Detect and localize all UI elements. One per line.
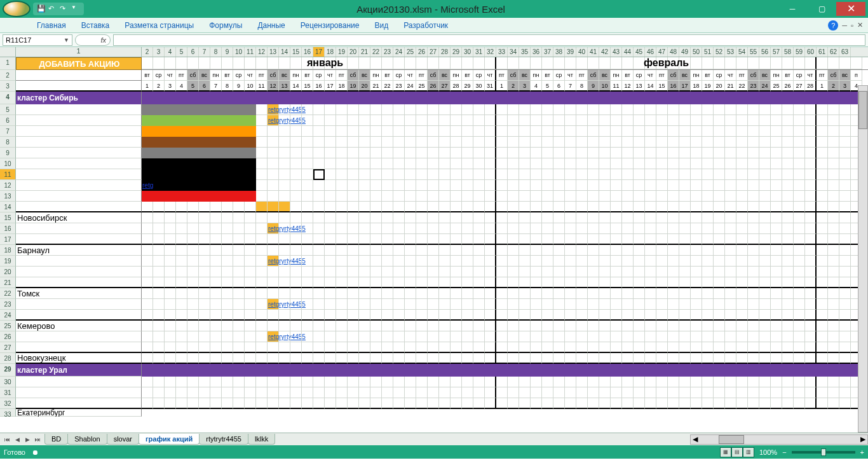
day-cell[interactable] xyxy=(473,137,485,148)
day-cell[interactable] xyxy=(485,267,496,277)
day-cell[interactable] xyxy=(714,288,725,299)
day-cell[interactable] xyxy=(176,148,187,158)
day-cell[interactable]: вт xyxy=(382,70,393,81)
day-cell[interactable]: 22 xyxy=(736,81,748,92)
day-cell[interactable] xyxy=(359,180,370,191)
day-cell[interactable] xyxy=(588,126,599,137)
day-cell[interactable] xyxy=(187,377,199,387)
row-header-3[interactable]: 3 xyxy=(0,81,16,92)
day-cell[interactable] xyxy=(473,310,485,321)
day-cell[interactable] xyxy=(153,331,165,342)
day-cell[interactable] xyxy=(714,223,725,234)
day-cell[interactable] xyxy=(794,212,805,223)
day-cell[interactable] xyxy=(656,212,668,223)
day-cell[interactable] xyxy=(691,57,702,69)
day-cell[interactable] xyxy=(622,256,634,267)
day-cell[interactable] xyxy=(336,277,348,288)
day-cell[interactable]: сб xyxy=(268,70,279,81)
day-cell[interactable] xyxy=(668,158,679,169)
day-cell[interactable] xyxy=(451,137,462,148)
day-cell[interactable]: 13 xyxy=(279,81,290,92)
day-cell[interactable] xyxy=(759,158,771,169)
day-cell[interactable] xyxy=(805,256,817,267)
day-cell[interactable] xyxy=(519,256,531,267)
day-cell[interactable] xyxy=(199,288,210,299)
day-cell[interactable] xyxy=(759,377,771,387)
day-cell[interactable] xyxy=(828,148,839,158)
day-cell[interactable] xyxy=(782,387,794,398)
day-cell[interactable]: вс xyxy=(679,70,691,81)
day-cell[interactable] xyxy=(256,353,268,364)
day-cell[interactable] xyxy=(485,321,496,331)
day-cell[interactable] xyxy=(748,321,759,331)
day-cell[interactable] xyxy=(519,342,531,353)
day-cell[interactable] xyxy=(302,331,313,342)
cell-first-3[interactable] xyxy=(16,81,142,92)
cell-first-31[interactable] xyxy=(16,387,142,398)
day-cell[interactable] xyxy=(782,331,794,342)
day-cell[interactable] xyxy=(656,288,668,299)
day-cell[interactable] xyxy=(588,234,599,245)
day-cell[interactable] xyxy=(531,245,542,256)
day-cell[interactable] xyxy=(245,57,256,69)
day-cell[interactable] xyxy=(302,398,313,409)
day-cell[interactable] xyxy=(348,57,359,69)
day-cell[interactable] xyxy=(576,321,588,331)
day-cell[interactable]: 14 xyxy=(290,81,302,92)
day-cell[interactable] xyxy=(622,202,634,212)
day-cell[interactable] xyxy=(748,137,759,148)
day-cell[interactable] xyxy=(748,158,759,169)
day-cell[interactable] xyxy=(588,212,599,223)
day-cell[interactable] xyxy=(439,321,451,331)
day-cell[interactable] xyxy=(187,342,199,353)
day-cell[interactable] xyxy=(313,148,325,158)
day-cell[interactable] xyxy=(199,223,210,234)
day-cell[interactable] xyxy=(668,126,679,137)
day-cell[interactable] xyxy=(428,245,439,256)
day-cell[interactable] xyxy=(839,353,851,364)
day-cell[interactable] xyxy=(691,137,702,148)
day-cell[interactable] xyxy=(405,299,416,310)
day-cell[interactable] xyxy=(817,115,828,126)
day-cell[interactable] xyxy=(508,137,519,148)
day-cell[interactable] xyxy=(588,377,599,387)
day-cell[interactable] xyxy=(359,212,370,223)
day-cell[interactable] xyxy=(736,377,748,387)
day-cell[interactable] xyxy=(588,158,599,169)
day-cell[interactable] xyxy=(828,398,839,409)
column-header-9[interactable]: 9 xyxy=(222,47,233,57)
day-cell[interactable] xyxy=(645,104,656,115)
day-cell[interactable] xyxy=(256,256,268,267)
day-cell[interactable] xyxy=(508,321,519,331)
day-cell[interactable] xyxy=(519,245,531,256)
day-cell[interactable] xyxy=(736,115,748,126)
day-cell[interactable] xyxy=(359,288,370,299)
day-cell[interactable] xyxy=(142,267,153,277)
column-header-40[interactable]: 40 xyxy=(576,47,588,57)
day-cell[interactable] xyxy=(462,277,473,288)
day-cell[interactable] xyxy=(714,169,725,180)
day-cell[interactable] xyxy=(542,277,553,288)
day-cell[interactable] xyxy=(576,353,588,364)
day-cell[interactable] xyxy=(142,245,153,256)
day-cell[interactable] xyxy=(691,126,702,137)
day-cell[interactable] xyxy=(485,342,496,353)
day-cell[interactable] xyxy=(485,331,496,342)
day-cell[interactable] xyxy=(370,267,382,277)
day-cell[interactable] xyxy=(553,310,565,321)
day-cell[interactable] xyxy=(462,115,473,126)
day-cell[interactable] xyxy=(176,104,187,115)
day-cell[interactable] xyxy=(588,321,599,331)
day-cell[interactable] xyxy=(771,234,782,245)
day-cell[interactable] xyxy=(634,191,645,202)
day-cell[interactable]: пт xyxy=(817,70,828,81)
day-cell[interactable] xyxy=(313,277,325,288)
day-cell[interactable] xyxy=(645,137,656,148)
column-header-18[interactable]: 18 xyxy=(325,47,336,57)
day-cell[interactable] xyxy=(565,321,576,331)
day-cell[interactable] xyxy=(268,148,279,158)
column-header-38[interactable]: 38 xyxy=(553,47,565,57)
day-cell[interactable] xyxy=(702,191,714,202)
day-cell[interactable] xyxy=(622,342,634,353)
day-cell[interactable] xyxy=(187,299,199,310)
